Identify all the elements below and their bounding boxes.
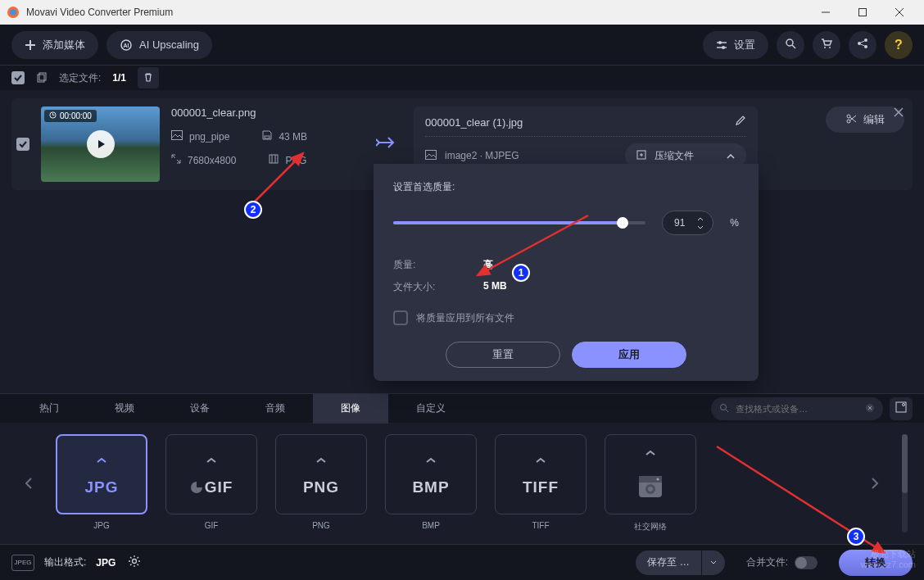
merge-toggle[interactable] — [795, 556, 818, 569]
image-icon — [425, 150, 437, 162]
trash-icon — [143, 72, 153, 84]
format-caption: GIF — [205, 521, 219, 530]
tab-devices[interactable]: 设备 — [162, 394, 238, 424]
cart-button[interactable] — [813, 31, 840, 59]
plus-icon — [25, 39, 36, 51]
format-card-bmp[interactable]: BMP — [385, 434, 477, 514]
play-button[interactable] — [87, 130, 115, 158]
format-card-gif[interactable]: GIF — [165, 434, 257, 514]
output-file-name: 000001_clear (1).jpg — [425, 116, 727, 129]
window-minimize-button[interactable] — [807, 0, 844, 25]
scroll-left-button[interactable] — [16, 459, 41, 508]
svg-point-12 — [718, 41, 722, 44]
rename-button[interactable] — [735, 115, 746, 129]
app-logo-icon — [7, 6, 20, 19]
scroll-right-button[interactable] — [863, 459, 887, 508]
filesize-value: 5 MB — [483, 280, 507, 294]
chevron-up-icon — [645, 445, 656, 460]
file-thumbnail[interactable]: 00:00:00 — [41, 106, 160, 182]
ai-upscaling-label: AI Upscaling — [139, 39, 199, 51]
share-button[interactable] — [849, 31, 876, 59]
tab-image[interactable]: 图像 — [313, 394, 388, 424]
save-to-button[interactable]: 保存至 … — [636, 551, 700, 575]
bottom-bar: JPEG 输出格式: JPG 保存至 … 合并文件: 转换 — [0, 544, 924, 580]
expand-formats-button[interactable] — [890, 397, 913, 420]
selected-files-label: 选定文件: — [59, 71, 101, 85]
remove-file-button[interactable] — [890, 103, 908, 121]
window-close-button[interactable] — [881, 0, 917, 25]
apply-all-label: 将质量应用到所有文件 — [416, 311, 514, 325]
add-media-button[interactable]: 添加媒体 — [11, 31, 98, 59]
slider-handle[interactable] — [617, 217, 628, 229]
save-to-selector: 保存至 … — [636, 551, 724, 575]
duration-text: 00:00:00 — [60, 111, 92, 120]
svg-line-47 — [726, 410, 728, 412]
format-search-input[interactable] — [736, 404, 858, 414]
search-button[interactable] — [777, 31, 804, 59]
settings-button[interactable]: 设置 — [703, 31, 768, 59]
search-icon — [785, 38, 796, 52]
svg-line-21 — [861, 41, 865, 43]
output-format-badge: JPEG — [11, 555, 34, 571]
toggle-knob — [795, 557, 807, 569]
select-all-checkbox[interactable] — [11, 71, 25, 84]
format-card-social[interactable] — [605, 434, 696, 514]
ai-icon: AI — [120, 39, 133, 52]
format-search[interactable] — [711, 397, 883, 420]
stepper-down[interactable] — [695, 223, 706, 231]
chevron-up-icon — [535, 452, 546, 467]
help-button[interactable]: ? — [885, 31, 913, 59]
file-item-checkbox[interactable] — [16, 138, 29, 151]
format-caption: TIFF — [532, 521, 549, 530]
file-details: 000001_clear.png png_pipe 43 MB 7680x480… — [171, 106, 360, 166]
delete-selected-button[interactable] — [138, 67, 159, 88]
format-caption: BMP — [422, 521, 440, 530]
stepper-up[interactable] — [695, 215, 706, 223]
format-caption: 社交网络 — [634, 521, 667, 532]
quality-value: 高 — [483, 258, 493, 272]
scrollbar-thumb[interactable] — [902, 434, 908, 493]
format-card-jpg[interactable]: JPG — [56, 434, 147, 514]
format-scrollbar[interactable] — [902, 434, 908, 532]
format-card-tiff[interactable]: TIFF — [495, 434, 587, 514]
clear-search-button[interactable] — [865, 403, 875, 415]
ai-upscaling-button[interactable]: AI AI Upscaling — [106, 31, 212, 59]
format-caption: JPG — [93, 521, 109, 530]
format-label: BMP — [412, 478, 449, 496]
apply-all-checkbox[interactable] — [393, 310, 408, 325]
apply-label: 应用 — [618, 347, 640, 362]
tab-audio[interactable]: 音频 — [238, 394, 313, 424]
window-titlebar: Movavi Video Converter Premium — [0, 0, 924, 25]
main-toolbar: 添加媒体 AI AI Upscaling 设置 ? — [0, 25, 924, 66]
reset-button[interactable]: 重置 — [446, 342, 560, 368]
save-to-dropdown[interactable] — [702, 551, 725, 575]
annotation-badge-3: 3 — [847, 528, 865, 546]
add-media-label: 添加媒体 — [43, 38, 85, 52]
format-card-png[interactable]: PNG — [275, 434, 367, 514]
percent-unit: % — [730, 217, 739, 229]
apply-button[interactable]: 应用 — [572, 342, 686, 368]
quality-percent-input[interactable]: 91 — [662, 211, 713, 235]
merge-label: 合并文件: — [746, 555, 788, 569]
quality-slider[interactable] — [393, 221, 645, 224]
format-caption: PNG — [312, 521, 330, 530]
svg-point-16 — [824, 47, 826, 48]
svg-rect-24 — [39, 73, 46, 80]
expand-icon — [895, 401, 907, 416]
svg-point-17 — [829, 47, 831, 48]
image-icon — [171, 130, 183, 143]
window-maximize-button[interactable] — [844, 0, 881, 25]
svg-line-31 — [172, 155, 175, 158]
svg-point-46 — [721, 404, 727, 410]
tab-video[interactable]: 视频 — [87, 394, 162, 424]
film-icon — [269, 154, 279, 166]
help-icon: ? — [895, 38, 903, 52]
output-format-settings-button[interactable] — [125, 554, 143, 572]
file-name: 000001_clear.png — [171, 106, 360, 119]
selection-bar: 选定文件: 1/1 — [0, 66, 924, 90]
tab-custom[interactable]: 自定义 — [388, 394, 473, 424]
format-label: PNG — [303, 478, 339, 496]
chevron-up-icon — [315, 452, 327, 467]
compress-label: 压缩文件 — [654, 149, 694, 163]
tab-popular[interactable]: 热门 — [11, 394, 87, 424]
